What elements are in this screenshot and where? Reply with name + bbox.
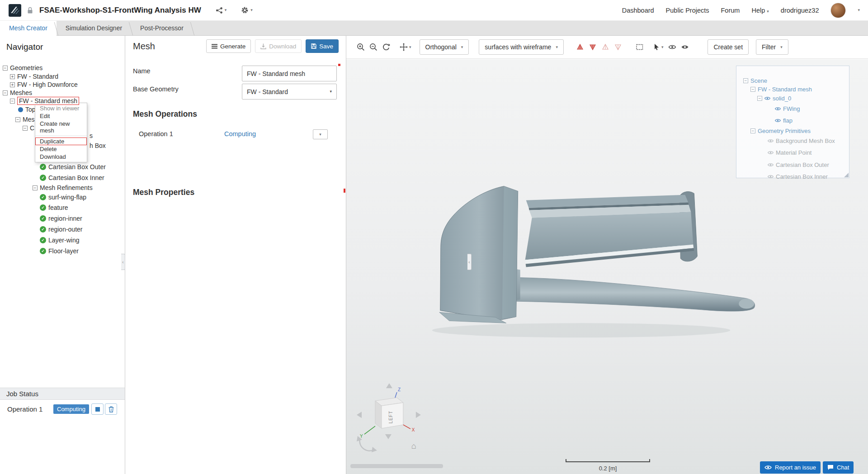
- clip-plane-button-4[interactable]: [612, 41, 624, 53]
- visibility-eye-icon[interactable]: [768, 151, 774, 155]
- rotate-left-arrow[interactable]: [357, 412, 362, 418]
- tree-item-occluded-1[interactable]: s: [90, 131, 93, 140]
- tree-item-meshes[interactable]: −Meshes: [3, 88, 32, 97]
- menu-item-show-in-viewer[interactable]: Show in viewer: [35, 104, 87, 112]
- zoom-out-button[interactable]: [367, 41, 380, 53]
- collapse-icon[interactable]: −: [750, 87, 755, 92]
- avatar[interactable]: [830, 3, 846, 18]
- nav-help[interactable]: Help ▾: [751, 7, 769, 14]
- horizontal-scrollbar[interactable]: [350, 464, 443, 468]
- projection-select[interactable]: Orthogonal ▾: [420, 39, 469, 55]
- tree-item-mesh-group[interactable]: −Mes: [15, 115, 34, 124]
- visibility-eye-icon[interactable]: [768, 175, 774, 179]
- operation-row[interactable]: Operation 1 Computing ▾: [125, 128, 339, 141]
- panel-resize-handle[interactable]: ‹: [121, 254, 125, 270]
- tree-item-mesh-refinements[interactable]: −Mesh Refinements: [33, 183, 93, 192]
- create-set-button[interactable]: Create set: [708, 39, 749, 55]
- scene-item-flap[interactable]: flap: [775, 116, 793, 124]
- clip-plane-button-3[interactable]: [599, 41, 612, 53]
- render-mode-select[interactable]: surfaces with wireframe ▾: [479, 39, 564, 55]
- chevron-down-icon[interactable]: ▾: [858, 8, 860, 12]
- box-select-button[interactable]: [633, 41, 646, 53]
- tree-item-fw-standard[interactable]: +FW - Standard: [10, 72, 58, 81]
- rotate-right-arrow[interactable]: [416, 412, 421, 418]
- rotate-up-arrow[interactable]: [386, 383, 392, 388]
- scene-item-material-point[interactable]: Material Point: [768, 148, 811, 156]
- visibility-eye-icon[interactable]: [764, 96, 770, 100]
- nav-cube[interactable]: LEFT Z X Y ⌂: [357, 383, 421, 452]
- zoom-in-button[interactable]: [354, 41, 367, 53]
- menu-item-duplicate[interactable]: Duplicate: [35, 137, 87, 145]
- nav-forum[interactable]: Forum: [721, 7, 740, 14]
- visibility-eye-icon[interactable]: [775, 107, 781, 111]
- rotate-gesture-arrow[interactable]: [359, 439, 374, 451]
- pointer-tool-button[interactable]: ▾: [653, 43, 664, 51]
- collapse-icon[interactable]: −: [3, 66, 8, 71]
- clip-plane-button-2[interactable]: [586, 41, 599, 53]
- tab-simulation-designer[interactable]: Simulation Designer: [57, 21, 131, 35]
- collapse-icon[interactable]: −: [3, 90, 8, 95]
- scene-item-cartesian-box-outer[interactable]: Cartesian Box Outer: [768, 161, 829, 169]
- expand-icon[interactable]: +: [10, 74, 15, 79]
- tree-item-sub-group[interactable]: −C: [23, 123, 34, 133]
- download-button[interactable]: Download: [255, 39, 302, 53]
- tree-item-occluded-2[interactable]: h Box: [90, 141, 106, 150]
- menu-item-download[interactable]: Download: [35, 153, 87, 161]
- menu-item-edit[interactable]: Edit: [35, 112, 87, 120]
- scene-item-geometry-primitives[interactable]: −Geometry Primitives: [750, 127, 811, 135]
- collapse-icon[interactable]: −: [750, 128, 755, 133]
- nav-public-projects[interactable]: Public Projects: [666, 7, 709, 14]
- viewport-3d-canvas[interactable]: LEFT Z X Y ⌂ −Scene: [346, 59, 868, 474]
- visibility-eye-icon[interactable]: [768, 139, 774, 143]
- base-geometry-select[interactable]: FW - Standard ▾: [242, 84, 337, 100]
- generate-button[interactable]: Generate: [206, 39, 251, 53]
- app-logo[interactable]: [8, 4, 22, 17]
- collapse-icon[interactable]: −: [33, 185, 38, 190]
- home-icon[interactable]: ⌂: [411, 441, 416, 450]
- tree-item-cartesian-box-outer[interactable]: ✓Cartesian Box Outer: [40, 162, 106, 171]
- tree-item-region-inner[interactable]: ✓region-inner: [40, 214, 82, 223]
- save-button[interactable]: Save: [306, 39, 339, 53]
- tab-post-processor[interactable]: Post-Processor: [131, 21, 193, 35]
- collapse-icon[interactable]: −: [757, 96, 762, 101]
- tab-mesh-creator[interactable]: Mesh Creator: [0, 21, 57, 36]
- operation-actions-select[interactable]: ▾: [313, 129, 328, 139]
- menu-item-create-new-mesh[interactable]: Create new mesh: [35, 120, 87, 134]
- settings-control[interactable]: ▾: [241, 6, 253, 14]
- tree-item-geometries[interactable]: −Geometries: [3, 63, 42, 72]
- collapse-icon[interactable]: −: [743, 78, 748, 83]
- pan-tool-button[interactable]: ▾: [400, 43, 411, 51]
- filter-button[interactable]: Filter ▾: [756, 39, 788, 55]
- nav-dashboard[interactable]: Dashboard: [622, 7, 654, 14]
- scene-item-background-mesh-box[interactable]: Background Mesh Box: [768, 137, 835, 145]
- chat-button[interactable]: Chat: [823, 461, 854, 474]
- report-issue-button[interactable]: Report an issue: [760, 461, 821, 474]
- scene-item-fw-standard-mesh[interactable]: −FW - Standard mesh: [750, 85, 812, 93]
- tree-item-floor-layer[interactable]: ✓Floor-layer: [40, 246, 79, 256]
- show-entities-button[interactable]: [666, 41, 679, 53]
- rotate-down-arrow[interactable]: [385, 434, 392, 439]
- share-control[interactable]: ▾: [216, 7, 227, 14]
- tree-item-cartesian-box-inner[interactable]: ✓Cartesian Box Inner: [40, 173, 104, 182]
- job-delete-button[interactable]: [105, 403, 117, 415]
- expand-icon[interactable]: +: [10, 82, 15, 87]
- tree-item-fw-high-downforce[interactable]: +FW - High Downforce: [10, 80, 78, 89]
- username[interactable]: drodriguez32: [781, 7, 819, 14]
- scene-tree-overlay[interactable]: −Scene −FW - Standard mesh −solid_0 FWin…: [736, 66, 849, 178]
- panel-resize-handle[interactable]: ‹: [467, 254, 472, 270]
- hide-entities-button[interactable]: [679, 41, 691, 53]
- cube-side-face[interactable]: [375, 401, 382, 428]
- scene-item-scene[interactable]: −Scene: [743, 76, 767, 85]
- tree-item-layer-wing[interactable]: ✓Layer-wing: [40, 236, 79, 245]
- scene-item-cartesian-box-inner[interactable]: Cartesian Box Inner: [768, 172, 828, 180]
- reset-view-button[interactable]: [380, 41, 392, 53]
- tree-item-surf-wing-flap[interactable]: ✓surf-wing-flap: [40, 193, 86, 202]
- visibility-eye-icon[interactable]: [768, 163, 774, 167]
- collapse-icon[interactable]: −: [23, 126, 28, 131]
- menu-item-delete[interactable]: Delete: [35, 145, 87, 153]
- collapse-icon[interactable]: −: [15, 117, 20, 122]
- tree-item-fw-standard-mesh[interactable]: −FW - Standard mesh: [10, 96, 79, 105]
- mesh-name-input[interactable]: [242, 66, 337, 81]
- scene-item-solid-0[interactable]: −solid_0: [757, 94, 791, 102]
- collapse-icon[interactable]: −: [10, 99, 15, 104]
